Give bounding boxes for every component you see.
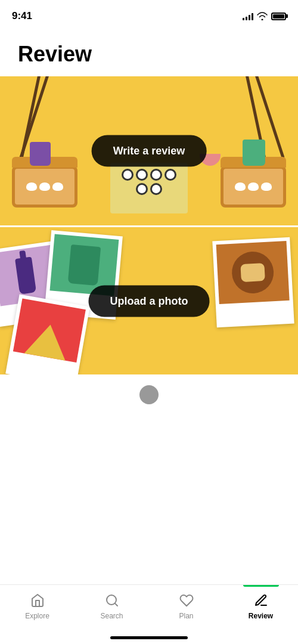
steamer-left (12, 166, 77, 208)
dimsum-item (240, 263, 265, 282)
edit-icon (253, 592, 269, 609)
cards-container: Write a review (0, 76, 298, 374)
heart-icon (178, 592, 195, 609)
status-icons (243, 12, 286, 20)
status-time: 9:41 (12, 10, 32, 22)
conical-hat (24, 321, 71, 360)
write-review-card: Write a review (0, 76, 298, 225)
sushi-mat (110, 163, 188, 213)
steamer-right (221, 166, 286, 208)
photo-4 (5, 295, 90, 374)
signal-icon (243, 12, 253, 20)
dumpling-3 (52, 182, 63, 191)
write-review-button[interactable]: Write a review (92, 135, 207, 167)
upload-photo-button[interactable]: Upload a photo (89, 285, 210, 317)
nav-label-review: Review (249, 612, 273, 620)
bottle-illustration (15, 256, 36, 294)
status-bar: 9:41 (0, 0, 298, 30)
home-indicator (110, 636, 188, 639)
bottom-nav: Explore Search Plan Review (0, 584, 298, 644)
dumpling-2 (39, 182, 50, 191)
purple-cup (30, 142, 51, 166)
wifi-icon (257, 12, 268, 20)
nav-item-explore[interactable]: Explore (0, 592, 74, 620)
search-icon (104, 592, 120, 609)
nav-label-search: Search (100, 612, 123, 620)
nav-label-plan: Plan (179, 612, 193, 620)
photo-3 (212, 237, 294, 328)
green-cup (243, 140, 265, 166)
nav-item-review[interactable]: Review (224, 592, 298, 620)
page-title: Review (0, 30, 298, 76)
home-icon (29, 592, 46, 609)
green-cup-large (68, 244, 101, 286)
dimsum-plate (231, 250, 275, 295)
nav-item-search[interactable]: Search (74, 592, 149, 620)
svg-line-1 (114, 603, 117, 606)
scroll-dot (139, 385, 159, 404)
nav-item-plan[interactable]: Plan (149, 592, 224, 620)
scroll-indicator (0, 374, 298, 410)
upload-photo-card: Upload a photo (0, 225, 298, 374)
battery-icon (271, 13, 286, 20)
nav-label-explore: Explore (25, 612, 49, 620)
dumpling-1 (26, 182, 37, 191)
